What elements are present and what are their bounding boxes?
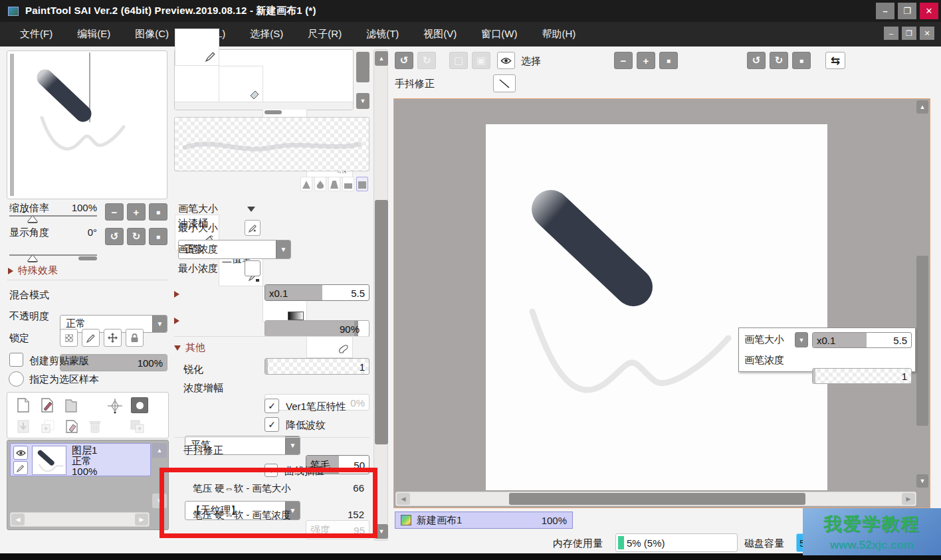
doc-minimize-button[interactable]: – — [884, 27, 898, 40]
panel-scrollbar-thumb[interactable] — [375, 200, 388, 444]
merge-down-button[interactable] — [41, 419, 55, 436]
rotate-ccw-button[interactable]: ↺ — [105, 228, 124, 245]
menu-file[interactable]: 文件(F) — [20, 28, 52, 41]
layer-mask-button[interactable] — [131, 397, 148, 413]
special-effects-section[interactable]: 特殊效果 — [8, 264, 58, 277]
toolbar-zoom-in-button[interactable]: + — [637, 52, 655, 69]
toolbar-zoom-out-button[interactable]: − — [614, 52, 633, 69]
zoom-in-button[interactable]: + — [127, 203, 146, 221]
tip-shape-square-button-selected[interactable] — [356, 177, 368, 191]
tip-shape-trapezoid-button[interactable] — [328, 177, 340, 191]
min-size-slider[interactable]: 90% — [264, 320, 369, 337]
close-button[interactable]: ✕ — [920, 3, 938, 19]
zoom-ratio-slider[interactable] — [9, 202, 97, 217]
layer-row-selected[interactable]: 图层1 正常 100% — [10, 443, 151, 476]
canvas-scroll-left-button[interactable]: ◀ — [397, 493, 410, 505]
canvas-page[interactable] — [486, 124, 827, 490]
reselect-button[interactable]: ▣ — [472, 52, 490, 69]
zoom-out-button[interactable]: − — [105, 203, 124, 221]
new-linework-layer-button[interactable] — [41, 398, 55, 415]
canvas-viewport[interactable]: ▲ ▼ ◀ ▶ 画笔大小 ▼ x0.1 5.5 画笔浓度 1 — [393, 98, 930, 508]
panel-vscrollbar[interactable]: ▲ ▼ — [373, 49, 388, 541]
panel-divider-handle[interactable] — [78, 256, 97, 260]
popup-density-slider[interactable]: 1 — [812, 368, 912, 384]
texture-expand-icon[interactable] — [174, 318, 179, 324]
selection-source-radio[interactable] — [9, 371, 24, 387]
tool-grid-scroll-down-button[interactable]: ▼ — [356, 93, 369, 109]
canvas-vscrollbar-thumb[interactable] — [916, 256, 928, 426]
transfer-down-button[interactable] — [17, 419, 30, 436]
panel-scroll-up-button[interactable]: ▲ — [375, 51, 388, 66]
layer-edit-indicator[interactable] — [13, 461, 28, 475]
selection-visibility-button[interactable] — [497, 52, 515, 69]
tool-grid-scrollbar-thumb[interactable] — [356, 52, 369, 82]
menu-ruler[interactable]: 尺子(R) — [308, 28, 342, 41]
flip-horizontal-button[interactable]: ⇆ — [825, 52, 845, 69]
view-angle-slider[interactable] — [9, 241, 97, 256]
reduce-ripple-checkbox[interactable]: ✓ — [264, 417, 279, 432]
copy-layer-button[interactable] — [130, 419, 146, 436]
deselect-button[interactable]: ▢ — [449, 52, 468, 69]
document-tab[interactable]: 新建画布1 100% — [395, 512, 573, 529]
menu-window[interactable]: 窗口(W) — [481, 28, 517, 41]
layer-scroll-right-button[interactable]: ▶ — [135, 513, 148, 525]
zoom-slider-marker[interactable] — [28, 216, 37, 222]
lock-all-button[interactable] — [126, 329, 144, 347]
tool-eraser[interactable] — [219, 66, 263, 103]
rotate-reset-button[interactable]: ■ — [149, 228, 167, 245]
minimize-button[interactable]: – — [876, 3, 894, 19]
rotate-cw-button[interactable]: ↻ — [127, 228, 146, 245]
brush-size-unit-dropdown[interactable] — [247, 207, 255, 212]
navigator-thumbnail[interactable] — [15, 52, 165, 197]
tip-shape-round-button[interactable] — [314, 177, 326, 191]
maximize-button[interactable]: ❐ — [898, 3, 916, 19]
brush-size-slider[interactable]: x0.1 5.5 — [264, 284, 369, 301]
canvas-scroll-up-button[interactable]: ▲ — [916, 100, 928, 114]
lock-move-button[interactable] — [104, 329, 122, 347]
popup-size-unit-dropdown[interactable]: ▼ — [795, 332, 808, 347]
brush-shape-expand-icon[interactable] — [174, 291, 179, 298]
canvas-scroll-right-button[interactable]: ▶ — [902, 493, 915, 505]
toolbar-rotate-ccw-button[interactable]: ↺ — [747, 52, 766, 69]
toolbar-zoom-reset-button[interactable]: ■ — [659, 52, 678, 69]
lock-paint-button[interactable] — [82, 329, 100, 347]
tool-panel-divider-handle[interactable] — [264, 110, 282, 114]
tool-pen[interactable] — [175, 29, 219, 66]
menu-view[interactable]: 视图(V) — [423, 28, 457, 41]
angle-slider-marker[interactable] — [28, 255, 37, 261]
doc-restore-button[interactable]: ❐ — [902, 27, 916, 40]
doc-close-button[interactable]: ✕ — [920, 27, 934, 40]
min-density-checkbox[interactable] — [245, 260, 261, 276]
delete-layer-button[interactable] — [88, 419, 102, 436]
menu-help[interactable]: 帮助(H) — [542, 28, 575, 41]
clipping-mask-checkbox[interactable] — [9, 353, 23, 367]
clear-layer-button[interactable] — [64, 419, 79, 436]
tip-shape-sharp-button[interactable] — [300, 177, 312, 191]
new-layer-button[interactable] — [17, 398, 30, 415]
zoom-reset-button[interactable]: ■ — [149, 203, 167, 221]
toolbar-rotate-reset-button[interactable]: ■ — [792, 52, 811, 69]
symmetry-ruler-button[interactable] — [107, 398, 123, 417]
menu-image[interactable]: 图像(C) — [135, 28, 169, 41]
menu-filter[interactable]: 滤镜(T) — [366, 28, 399, 41]
layer-hscrollbar[interactable]: ◀ ▶ — [10, 512, 150, 527]
other-section[interactable]: 其他 — [174, 341, 205, 354]
menu-edit[interactable]: 编辑(E) — [77, 28, 110, 41]
canvas-hscrollbar-thumb[interactable] — [509, 493, 805, 505]
tip-shape-flat-button[interactable] — [342, 177, 354, 191]
toolbar-rotate-cw-button[interactable]: ↻ — [770, 52, 788, 69]
canvas-hscrollbar[interactable]: ◀ ▶ — [395, 492, 916, 506]
popup-size-slider[interactable]: x0.1 5.5 — [812, 332, 912, 348]
layer-scroll-left-button[interactable]: ◀ — [11, 513, 25, 525]
menu-select[interactable]: 选择(S) — [250, 28, 283, 41]
ver1-pressure-checkbox[interactable]: ✓ — [264, 399, 279, 413]
layer-visibility-toggle[interactable] — [13, 446, 28, 460]
layer-scroll-up-button[interactable]: ▲ — [152, 443, 167, 458]
min-size-pen-button[interactable] — [245, 220, 261, 236]
new-folder-button[interactable] — [64, 398, 78, 415]
stroke-style-button[interactable] — [493, 74, 516, 92]
lock-transparency-button[interactable] — [60, 329, 78, 347]
undo-button[interactable]: ↺ — [395, 52, 413, 69]
brush-density-slider[interactable]: 1 — [264, 358, 369, 375]
navigator-left-slider[interactable] — [10, 54, 14, 196]
